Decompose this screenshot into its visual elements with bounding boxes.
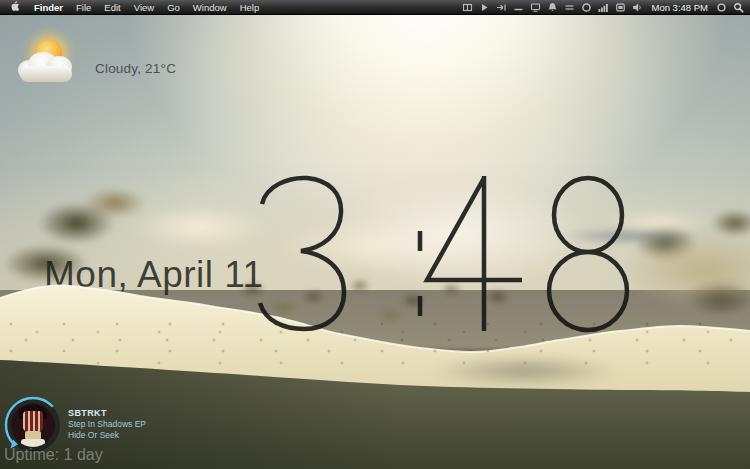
menu-bar: Finder File Edit View Go Window Help Mon…: [0, 0, 750, 15]
bell-icon[interactable]: [547, 2, 558, 13]
menu-item-help[interactable]: Help: [240, 2, 260, 13]
equals-icon[interactable]: [564, 2, 575, 13]
monitor-icon[interactable]: [615, 2, 626, 13]
user-circle-icon[interactable]: [716, 2, 727, 13]
signal-bars-icon[interactable]: [598, 2, 609, 13]
minimize-icon[interactable]: [513, 2, 524, 13]
menu-item-finder[interactable]: Finder: [34, 2, 63, 13]
weather-widget: Cloudy, 21°C: [18, 38, 278, 98]
forward-arrow-icon[interactable]: [496, 2, 507, 13]
wallpaper-footprints: [430, 356, 620, 386]
uptime-label: Uptime: 1 day: [4, 446, 103, 464]
display-icon[interactable]: [530, 2, 541, 13]
menu-item-edit[interactable]: Edit: [104, 2, 120, 13]
now-playing-track: Hide Or Seek: [68, 430, 146, 441]
apple-icon[interactable]: [9, 1, 21, 14]
album-art: [11, 403, 55, 447]
menu-item-view[interactable]: View: [134, 2, 154, 13]
desktop[interactable]: Mon, April 11 Cloudy,: [0, 0, 750, 469]
play-icon[interactable]: [479, 2, 490, 13]
spotlight-search-icon[interactable]: [733, 2, 744, 13]
now-playing-album: Step In Shadows EP: [68, 419, 146, 430]
ring-icon[interactable]: [581, 2, 592, 13]
speaker-icon[interactable]: [632, 2, 643, 13]
desktop-clock-time: [250, 174, 670, 334]
weather-condition-label: Cloudy, 21°C: [95, 61, 176, 76]
menu-item-window[interactable]: Window: [193, 2, 227, 13]
menu-bar-clock[interactable]: Mon 3:48 PM: [652, 2, 709, 13]
window-grid-icon[interactable]: [462, 2, 473, 13]
menu-item-go[interactable]: Go: [167, 2, 180, 13]
now-playing-artist: SBTRKT: [68, 408, 146, 419]
menu-item-file[interactable]: File: [76, 2, 91, 13]
